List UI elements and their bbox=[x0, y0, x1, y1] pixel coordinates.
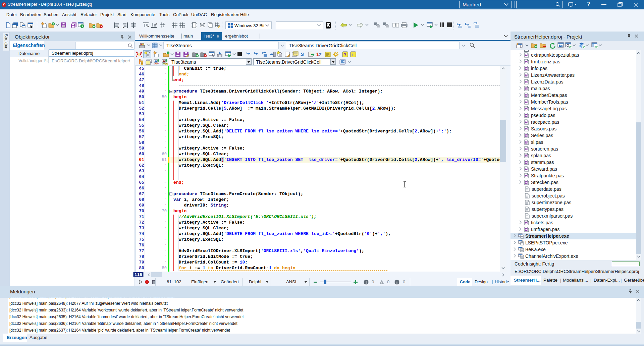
svg-text:?: ? bbox=[344, 52, 346, 57]
svg-text:1: 1 bbox=[316, 52, 319, 57]
svg-text:S: S bbox=[301, 51, 304, 57]
svg-text:Intf: Intf bbox=[154, 62, 159, 65]
svg-text:i: i bbox=[352, 52, 354, 57]
svg-text:2: 2 bbox=[319, 52, 322, 57]
svg-text:Impl: Impl bbox=[162, 62, 168, 65]
